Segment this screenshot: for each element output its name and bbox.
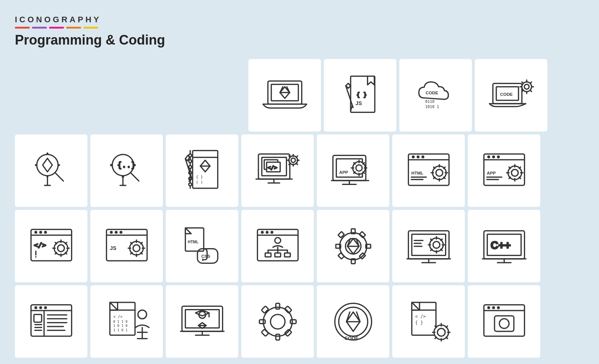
svg-point-55 [189,183,191,186]
svg-point-35 [58,164,60,166]
icon-gear-diamond [317,210,389,282]
icon-row-2: </> [15,210,584,282]
svg-point-33 [35,164,36,166]
icon-browser-network [241,210,314,282]
svg-text:1 0 1 0: 1 0 1 0 [113,324,127,328]
svg-text:0110: 0110 [425,99,434,103]
color-bar-purple [32,27,47,29]
icon-settings-gear [241,285,314,358]
svg-point-297 [497,306,500,309]
color-bar-orange [66,27,81,29]
right-col: { } JS CODE 0110 1010 [248,59,584,131]
svg-point-34 [46,152,48,154]
icon-file-settings: < /> { } [392,285,465,358]
svg-point-246 [138,310,146,318]
icon-search-diamond [15,134,87,207]
svg-rect-224 [31,305,71,336]
svg-line-10 [346,86,353,108]
icon-browser-code-gear: </> [15,210,87,282]
svg-point-51 [189,160,191,163]
svg-line-291 [435,337,436,338]
icon-monitor-app-gear: APP [317,134,389,207]
svg-point-135 [34,231,37,234]
svg-point-174 [261,231,264,234]
svg-line-78 [296,163,297,165]
svg-point-140 [35,256,36,257]
icon-js-book: { } JS [324,59,396,131]
icon-code-badge: CODE [317,285,389,358]
svg-point-44 [133,164,136,166]
svg-point-177 [275,237,281,243]
icon-html-css-files: HTML CSS [166,210,238,282]
icon-browser-js-gear: JS [90,210,163,282]
svg-point-155 [119,231,122,234]
main-layout: { } JS CODE 0110 1010 [15,59,584,131]
icon-file-binary-person: < /> 0 1 1 0 1 0 1 0 1 1 0 1 [90,285,163,358]
svg-point-119 [497,155,500,158]
icon-monitor-layers: </> [241,134,314,207]
svg-marker-169 [202,258,205,261]
header: ICONOGRAPHY Programming & Coding [15,15,584,48]
svg-line-29 [530,82,531,83]
svg-point-52 [189,165,191,168]
svg-text:{ }: { } [196,174,203,179]
svg-line-41 [131,173,139,181]
svg-point-42 [110,164,113,166]
svg-text:JS: JS [110,245,116,251]
icon-notebook-code: { } ( ) [166,134,238,207]
page-title: Programming & Coding [15,32,584,48]
icon-monitor-gear [392,210,465,282]
svg-text:CODE: CODE [425,90,438,95]
svg-rect-183 [265,253,271,257]
left-col [15,59,245,131]
icon-laptop-settings-code: CODE [475,59,547,131]
icon-row-3: < /> 0 1 1 0 1 0 1 0 1 1 0 1 [15,285,584,358]
icon-browser-html-gear: HTML [392,134,465,207]
svg-text:{ }: { } [415,320,423,325]
icon-row-1: {..} [15,134,584,207]
color-bar-yellow [83,27,98,29]
svg-point-117 [487,155,490,158]
svg-text:< />: < /> [415,313,425,319]
icon-monitor-diamond-person [166,285,238,358]
icon-laptop-diamond [248,59,321,131]
svg-point-118 [492,155,495,158]
svg-point-153 [110,231,113,234]
color-bars [15,27,584,29]
svg-point-154 [115,231,117,234]
svg-line-27 [530,90,531,91]
icon-cpp-monitor: C++ [468,210,540,282]
svg-point-176 [270,231,273,234]
svg-line-80 [296,156,297,157]
iconography-label: ICONOGRAPHY [15,15,584,25]
svg-text:APP: APP [339,169,348,174]
svg-text:< />: < /> [113,314,122,318]
svg-text:1 1 0 1: 1 1 0 1 [113,328,127,332]
svg-point-136 [39,231,42,234]
svg-text:{ }: { } [356,91,367,98]
lower-rows: {..} [15,134,584,358]
svg-text:( ): ( ) [196,179,203,184]
svg-point-228 [44,306,47,309]
svg-point-101 [421,155,424,158]
icon-search-code: {..} [90,134,163,207]
svg-text:0 1 1 0: 0 1 1 0 [113,319,127,323]
icon-browser-brackets [468,285,540,358]
svg-text:CSS: CSS [201,254,210,259]
svg-point-226 [34,306,37,309]
svg-text:{..}: {..} [117,160,136,169]
color-bar-pink [49,27,64,29]
svg-rect-230 [34,314,42,322]
svg-text:APP: APP [487,170,496,175]
svg-text:HTML: HTML [411,170,423,175]
svg-text:HTML: HTML [188,240,199,244]
svg-point-175 [265,231,268,234]
svg-line-292 [446,326,447,327]
svg-text:</>: </> [34,241,46,248]
svg-point-100 [416,155,419,158]
svg-text:1010 1: 1010 1 [425,104,439,108]
svg-rect-172 [257,229,298,261]
icon-browser-list [15,285,87,358]
svg-text:CODE: CODE [344,335,358,341]
svg-line-32 [55,173,63,181]
